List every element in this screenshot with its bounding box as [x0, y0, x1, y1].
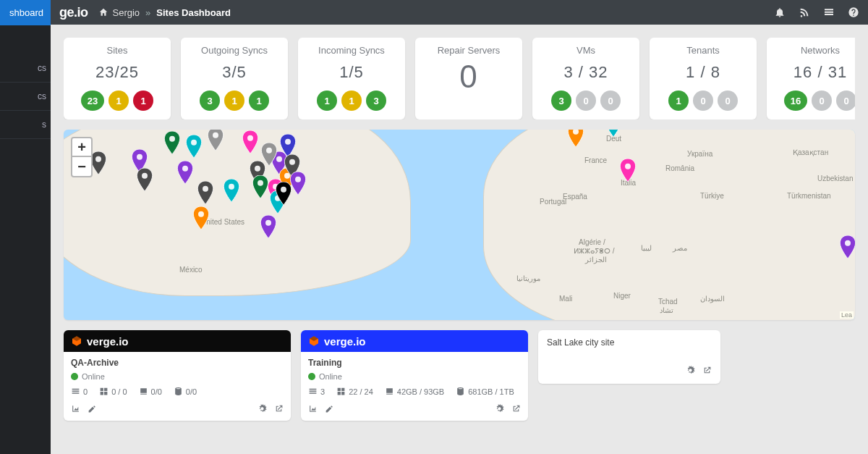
- site-panel: verge.ioQA-ArchiveOnline 0 0 / 0 0/0 0/0: [64, 330, 291, 421]
- site-metrics: 0 0 / 0 0/0 0/0: [71, 387, 284, 396]
- zoom-out-button[interactable]: −: [72, 157, 91, 176]
- svg-point-2: [142, 173, 148, 179]
- map-pin[interactable]: [208, 130, 224, 151]
- edit-icon[interactable]: [88, 403, 97, 413]
- svg-point-1: [137, 154, 142, 160]
- map-label: Türkmenistan: [787, 192, 831, 200]
- map-pin[interactable]: [252, 175, 268, 198]
- map-pin[interactable]: [177, 161, 193, 184]
- map-label: ⵍⵣⵣⴰⵢⴻⵔ /: [574, 247, 615, 255]
- breadcrumb-root[interactable]: Sergio: [113, 7, 140, 18]
- map-pin[interactable]: [840, 235, 855, 258]
- map-label: Uzbekistan: [817, 175, 853, 182]
- external-link-icon[interactable]: [511, 403, 521, 413]
- svg-point-3: [169, 136, 175, 142]
- status-pill: 1: [317, 91, 337, 111]
- map-pin[interactable]: [164, 131, 180, 154]
- stat-card-value: 1/5: [302, 63, 401, 82]
- external-link-icon[interactable]: [702, 363, 712, 377]
- gear-icon[interactable]: [495, 403, 504, 413]
- map-label: Қазақстан: [793, 148, 828, 156]
- stat-card[interactable]: Sites23/252311: [64, 38, 171, 119]
- map-label: موريتانيا: [516, 274, 540, 282]
- chart-icon[interactable]: [71, 403, 80, 413]
- svg-point-20: [281, 187, 286, 193]
- map-pin[interactable]: [90, 151, 106, 175]
- status-text: Online: [82, 372, 105, 381]
- map-pin[interactable]: [186, 135, 202, 158]
- status-pill: 0: [576, 91, 596, 111]
- map-view[interactable]: + − Lea United StatesMéxicoFranceEspañaP…: [64, 130, 855, 320]
- stat-card-title: VMs: [537, 45, 635, 56]
- sidebar-item-2[interactable]: s: [0, 111, 51, 139]
- stat-card[interactable]: Outgoing Syncs3/5311: [181, 38, 288, 119]
- map-label: Mali: [559, 295, 572, 303]
- sidebar-item-0[interactable]: cs: [0, 54, 51, 83]
- gear-icon[interactable]: [686, 363, 695, 377]
- svg-point-25: [625, 164, 631, 169]
- map-label: مصر: [673, 244, 687, 252]
- map-pin[interactable]: [276, 182, 292, 205]
- site-panel-simple: Salt Lake city site: [538, 330, 720, 384]
- site-name: Training: [308, 358, 521, 368]
- help-icon[interactable]: [848, 7, 859, 18]
- metric-db: 681GB / 1TB: [456, 387, 514, 396]
- map-pin[interactable]: [197, 181, 213, 204]
- svg-point-17: [266, 148, 272, 154]
- site-brand: verge.io: [87, 335, 129, 348]
- feed-icon[interactable]: [799, 7, 810, 18]
- gear-icon[interactable]: [258, 403, 267, 413]
- map-pin[interactable]: [605, 130, 621, 137]
- chart-icon[interactable]: [308, 403, 318, 413]
- map-pin[interactable]: [137, 168, 153, 191]
- status-pill: 1: [341, 91, 362, 111]
- stat-card[interactable]: Tenants1 / 8100: [650, 38, 757, 119]
- home-icon[interactable]: [98, 7, 109, 17]
- map-pin[interactable]: [290, 172, 306, 195]
- list-icon[interactable]: [823, 7, 835, 18]
- stat-card-title: Incoming Syncs: [302, 45, 401, 56]
- stat-card[interactable]: Incoming Syncs1/5113: [298, 38, 405, 119]
- sidebar-item-dashboard[interactable]: shboard: [0, 0, 51, 25]
- status-pill: 0: [836, 91, 855, 111]
- sidebar-item-1[interactable]: cs: [0, 83, 51, 111]
- site-panel-header: verge.io: [64, 330, 291, 352]
- map-label: México: [179, 266, 203, 274]
- status-pill: 0: [812, 91, 832, 111]
- external-link-icon[interactable]: [274, 403, 284, 413]
- stat-card-value: 23/25: [68, 63, 166, 82]
- status-pill: 0: [600, 91, 621, 111]
- map-attribution: Lea: [840, 311, 854, 319]
- map-label: Portugal: [540, 198, 566, 206]
- brand-hex-icon: [308, 335, 320, 347]
- stat-card[interactable]: VMs3 / 32300: [532, 38, 639, 119]
- stat-card-title: Repair Servers: [420, 45, 518, 56]
- stat-card[interactable]: Networks16 / 311600: [767, 38, 855, 119]
- map-pin[interactable]: [193, 206, 209, 230]
- status-pill: 1: [133, 91, 153, 111]
- bell-icon[interactable]: [774, 7, 786, 18]
- map-pin[interactable]: [242, 130, 258, 154]
- status-dot: [71, 373, 78, 380]
- status-pill: 16: [784, 91, 807, 111]
- map-pin[interactable]: [260, 215, 276, 238]
- status-text: Online: [319, 372, 342, 381]
- map-pin[interactable]: [261, 143, 277, 166]
- map-pin[interactable]: [224, 179, 239, 202]
- site-panel-header: verge.io: [301, 330, 528, 352]
- stat-card[interactable]: Repair Servers0: [415, 38, 522, 119]
- metric-disk: 0/0: [139, 387, 162, 396]
- zoom-in-button[interactable]: +: [72, 138, 91, 157]
- edit-icon[interactable]: [325, 403, 334, 413]
- stat-card-value: 3 / 32: [537, 63, 635, 82]
- map-pin[interactable]: [620, 159, 636, 182]
- map-pin[interactable]: [568, 130, 584, 147]
- svg-point-9: [229, 184, 234, 190]
- stat-card-title: Networks: [771, 45, 855, 56]
- site-panels: verge.ioQA-ArchiveOnline 0 0 / 0 0/0 0/0…: [64, 330, 855, 421]
- svg-point-12: [258, 180, 263, 186]
- site-panel: verge.ioTrainingOnline 3 22 / 24 42GB / …: [301, 330, 528, 421]
- map-label: الجزائر: [585, 256, 607, 264]
- stat-card-pills: 311: [185, 91, 284, 111]
- stat-card-pills: 100: [654, 91, 752, 111]
